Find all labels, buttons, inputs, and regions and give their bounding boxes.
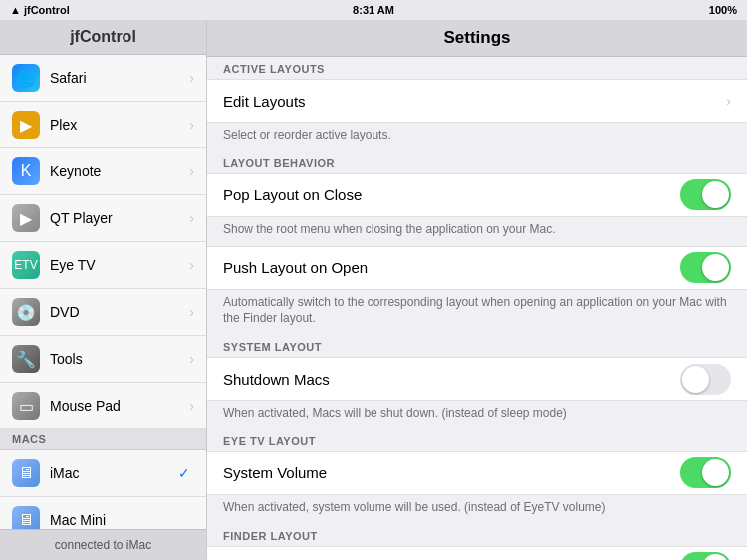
- main-content: Settings ACTIVE LAYOUTS Edit Layouts › S…: [207, 20, 747, 560]
- status-left: ▲ jfControl: [10, 4, 70, 16]
- safari-icon: 🌐: [12, 64, 40, 92]
- edit-layouts-description: Select or reorder active layouts.: [207, 123, 747, 151]
- section-header-eyetv-layout: EYE TV LAYOUT: [207, 429, 747, 451]
- wifi-icon: ▲: [10, 4, 24, 16]
- edit-layouts-label: Edit Layouts: [223, 82, 726, 121]
- pop-layout-toggle[interactable]: [680, 179, 731, 210]
- status-center: 8:31 AM: [353, 4, 394, 16]
- section-header-layout-behavior: LAYOUT BEHAVIOR: [207, 151, 747, 173]
- eyetv-icon: ETV: [12, 251, 40, 279]
- system-volume-label: System Volume: [223, 453, 680, 492]
- edit-layouts-row[interactable]: Edit Layouts ›: [207, 79, 747, 123]
- sidebar-item-keynote[interactable]: K Keynote ›: [0, 148, 206, 195]
- sidebar-item-mac-mini[interactable]: 🖥 Mac Mini: [0, 497, 206, 529]
- tools-icon: 🔧: [12, 345, 40, 373]
- layout-behavior-group: Pop Layout on Close: [207, 173, 747, 217]
- pop-layout-row: Pop Layout on Close: [207, 173, 747, 217]
- sidebar-item-eye-tv[interactable]: ETV Eye TV ›: [0, 242, 206, 289]
- shutdown-macs-toggle[interactable]: [680, 364, 731, 395]
- shutdown-macs-description: When activated, Macs will be shut down. …: [207, 401, 747, 429]
- shutdown-macs-row: Shutdown Macs: [207, 357, 747, 401]
- shutdown-macs-label: Shutdown Macs: [223, 360, 680, 399]
- finder-layout-group: Always Cover Flow: [207, 546, 747, 560]
- pop-layout-description: Show the root menu when closing the appl…: [207, 217, 747, 246]
- active-layouts-group: Edit Layouts ›: [207, 79, 747, 123]
- system-volume-toggle[interactable]: [680, 457, 731, 488]
- sidebar-item-plex[interactable]: ▶ Plex ›: [0, 102, 206, 148]
- sidebar-section-apps: 🌐 Safari › ▶ Plex › K Keynote › ▶ QT Pla…: [0, 55, 206, 429]
- sidebar-item-dvd[interactable]: 💿 DVD ›: [0, 289, 206, 336]
- mousepad-label: Mouse Pad: [50, 398, 189, 414]
- system-volume-row: System Volume: [207, 451, 747, 495]
- sidebar: jfControl 🌐 Safari › ▶ Plex › K Keynote …: [0, 20, 207, 560]
- always-cover-flow-label: Always Cover Flow: [223, 548, 680, 560]
- qt-icon: ▶: [12, 204, 40, 232]
- dvd-icon: 💿: [12, 298, 40, 326]
- main-header: Settings: [207, 20, 747, 57]
- section-header-finder-layout: FINDER LAYOUT: [207, 524, 747, 546]
- sidebar-footer: connected to iMac: [0, 529, 206, 560]
- sidebar-title: jfControl: [0, 20, 206, 55]
- sidebar-item-imac[interactable]: 🖥 iMac ✓: [0, 450, 206, 497]
- push-layout-group: Push Layout on Open: [207, 246, 747, 290]
- macs-section-header: MACS: [0, 429, 206, 450]
- keynote-icon: K: [12, 157, 40, 185]
- safari-label: Safari: [50, 70, 189, 86]
- eyetv-label: Eye TV: [50, 257, 189, 273]
- imac-label: iMac: [50, 465, 178, 481]
- sidebar-item-qt-player[interactable]: ▶ QT Player ›: [0, 195, 206, 242]
- sidebar-list: 🌐 Safari › ▶ Plex › K Keynote › ▶ QT Pla…: [0, 55, 206, 529]
- mac-mini-label: Mac Mini: [50, 512, 194, 528]
- sidebar-item-mouse-pad[interactable]: ▭ Mouse Pad ›: [0, 383, 206, 429]
- dvd-label: DVD: [50, 304, 189, 320]
- push-layout-description: Automatically switch to the correspondin…: [207, 290, 747, 336]
- qt-label: QT Player: [50, 210, 189, 226]
- mousepad-icon: ▭: [12, 392, 40, 420]
- always-cover-flow-toggle[interactable]: [680, 552, 731, 560]
- push-layout-toggle[interactable]: [680, 252, 731, 283]
- sidebar-section-macs: MACS 🖥 iMac ✓ 🖥 Mac Mini 💻 Powerbook 🖥 m…: [0, 429, 206, 529]
- plex-label: Plex: [50, 117, 189, 133]
- status-bar: ▲ jfControl 8:31 AM 100%: [0, 0, 747, 20]
- system-volume-description: When activated, system volume will be us…: [207, 495, 747, 524]
- push-layout-label: Push Layout on Open: [223, 248, 680, 287]
- plex-icon: ▶: [12, 111, 40, 139]
- keynote-label: Keynote: [50, 163, 189, 179]
- push-layout-row: Push Layout on Open: [207, 246, 747, 290]
- section-header-active-layouts: ACTIVE LAYOUTS: [207, 57, 747, 79]
- pop-layout-label: Pop Layout on Close: [223, 175, 680, 214]
- sidebar-item-tools[interactable]: 🔧 Tools ›: [0, 336, 206, 383]
- macmini-icon: 🖥: [12, 506, 40, 529]
- tools-label: Tools: [50, 351, 189, 367]
- status-right: 100%: [709, 4, 737, 16]
- system-layout-group: Shutdown Macs: [207, 357, 747, 401]
- section-header-system-layout: SYSTEM LAYOUT: [207, 335, 747, 357]
- sidebar-item-safari[interactable]: 🌐 Safari ›: [0, 55, 206, 102]
- eyetv-layout-group: System Volume: [207, 451, 747, 495]
- imac-icon: 🖥: [12, 459, 40, 487]
- always-cover-flow-row: Always Cover Flow: [207, 546, 747, 560]
